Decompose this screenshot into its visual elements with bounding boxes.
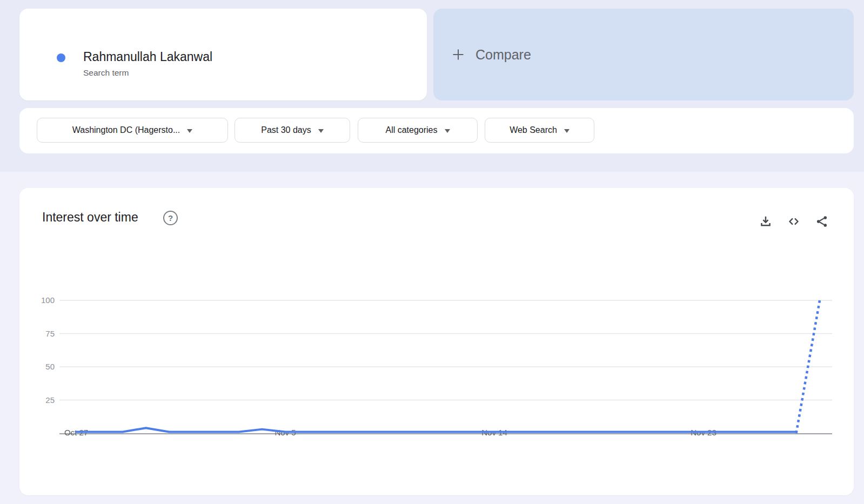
plus-icon [451, 48, 465, 62]
svg-text:50: 50 [45, 362, 55, 371]
compare-button[interactable]: Compare [433, 9, 854, 100]
download-icon [759, 214, 773, 229]
svg-text:75: 75 [45, 329, 55, 338]
share-icon [815, 214, 829, 229]
filter-bar: Washington DC (Hagersto... Past 30 days … [19, 108, 854, 153]
svg-text:100: 100 [41, 295, 55, 305]
chevron-down-icon [318, 129, 324, 133]
chevron-down-icon [445, 129, 450, 133]
interest-chart[interactable]: 255075100Oct 27Nov 5Nov 14Nov 23 [19, 188, 854, 495]
code-embed-icon [787, 214, 801, 229]
search-term-type-label: Search term [83, 68, 129, 78]
series-color-dot [57, 53, 65, 62]
interest-over-time-card: 255075100Oct 27Nov 5Nov 14Nov 23 Interes… [19, 188, 854, 495]
category-filter-dropdown[interactable]: All categories [358, 118, 478, 143]
embed-button[interactable] [787, 214, 801, 229]
chart-actions [759, 214, 829, 229]
chevron-down-icon [564, 129, 570, 133]
share-button[interactable] [815, 214, 829, 229]
region-filter-dropdown[interactable]: Washington DC (Hagersto... [37, 118, 228, 143]
time-range-filter-label: Past 30 days [261, 125, 311, 135]
category-filter-label: All categories [385, 125, 437, 135]
help-icon[interactable]: ? [163, 211, 178, 225]
svg-text:25: 25 [45, 395, 55, 405]
search-type-filter-label: Web Search [510, 125, 557, 135]
search-term-title: Rahmanullah Lakanwal [83, 50, 212, 64]
search-term-card[interactable]: Rahmanullah Lakanwal Search term [19, 9, 427, 100]
chevron-down-icon [187, 129, 192, 133]
time-range-filter-dropdown[interactable]: Past 30 days [235, 118, 350, 143]
chart-title: Interest over time [42, 210, 138, 225]
region-filter-label: Washington DC (Hagersto... [72, 125, 180, 135]
download-button[interactable] [759, 214, 773, 229]
search-type-filter-dropdown[interactable]: Web Search [485, 118, 594, 143]
compare-label: Compare [475, 47, 531, 63]
